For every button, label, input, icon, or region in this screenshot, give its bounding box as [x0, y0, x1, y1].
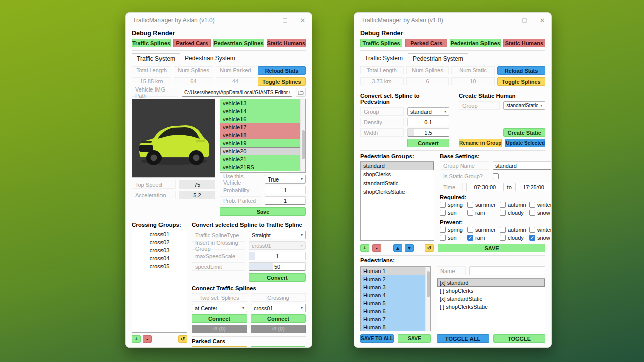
required-summer-checkbox[interactable]: summer — [467, 202, 500, 208]
required-sun-checkbox[interactable]: sun — [440, 210, 467, 216]
max-speed-scale-input[interactable] — [249, 252, 306, 260]
rename-all-button[interactable]: Rename All — [192, 346, 247, 347]
pedestrians-listbox[interactable]: Human 1 Human 2 Human 3 Human 4 Human 5 … — [360, 266, 431, 331]
assignment-item[interactable]: [ ] shopClerks — [437, 287, 545, 295]
toggle-splines-button[interactable]: Toggle Splines — [497, 77, 545, 86]
crossing-group-item[interactable]: cross01 — [132, 230, 187, 238]
pedestrian-item[interactable]: Human 5 — [361, 299, 425, 307]
pedestrian-name-input[interactable] — [469, 266, 545, 275]
prevent-sun-checkbox[interactable]: sun — [440, 235, 467, 241]
move-group-up-button[interactable]: ▲ — [393, 244, 403, 252]
rename-in-group-button[interactable]: Rename in Group — [459, 139, 502, 147]
traffic-splines-toggle-button[interactable]: Traffic Splines — [360, 39, 403, 47]
width-input[interactable] — [407, 128, 449, 137]
pedestrian-item[interactable]: Human 8 — [361, 323, 425, 331]
spline-type-select[interactable]: Straight ▾ — [249, 231, 306, 239]
pedestrian-item[interactable]: Human 4 — [361, 291, 425, 299]
vehicle-img-path-input[interactable] — [182, 88, 292, 97]
assignment-item[interactable]: [x] standardStatic — [437, 295, 545, 303]
create-static-button[interactable]: Create Static — [503, 128, 545, 137]
static-humans-toggle-button[interactable]: Static Humans — [503, 39, 545, 47]
move-group-down-button[interactable]: ▼ — [405, 244, 414, 252]
save-pedestrian-button[interactable]: SAVE — [398, 334, 431, 343]
prevent-rain-checkbox[interactable]: rain — [467, 235, 500, 241]
required-spring-checkbox[interactable]: spring — [440, 202, 467, 208]
probability-input[interactable] — [265, 186, 306, 194]
vehicle-list-item[interactable]: vehicle18 — [220, 131, 300, 139]
toggle-splines-button[interactable]: Toggle Splines — [258, 77, 306, 86]
toggle-button[interactable]: TOGGLE — [493, 334, 545, 343]
convert-pedestrian-button[interactable]: Convert — [407, 139, 449, 147]
pedestrian-group-item[interactable]: standardStatic — [361, 179, 434, 188]
vehicle-list-item[interactable]: vehicle21RS — [220, 163, 300, 171]
static-humans-toggle-button[interactable]: Static Humans — [267, 39, 306, 47]
speed-limit-input[interactable] — [249, 262, 306, 271]
undo-crossing-button[interactable]: ↺ (0) — [251, 325, 306, 333]
connect-crossing-select[interactable]: cross01 ▾ — [251, 304, 306, 312]
update-selected-button[interactable]: Update Selected — [505, 139, 545, 147]
prevent-summer-checkbox[interactable]: summer — [467, 227, 500, 233]
convert-spline-button[interactable]: Convert — [249, 273, 306, 282]
pedestrian-item[interactable]: Human 3 — [361, 283, 425, 291]
parked-cars-toggle-button[interactable]: Parked Cars — [405, 39, 447, 47]
traffic-splines-toggle-button[interactable]: Traffic Splines — [132, 39, 171, 47]
pedestrian-item[interactable]: Human 7 — [361, 315, 425, 323]
assignment-item-selected[interactable]: [x] standard — [437, 279, 545, 287]
vehicle-list-item[interactable]: vehicle13 — [220, 99, 300, 107]
required-snow-checkbox[interactable]: snow — [529, 210, 551, 216]
static-group-select[interactable]: standardStatic ▾ — [503, 101, 545, 110]
use-vehicle-select[interactable]: True ▾ — [265, 175, 306, 184]
pedestrian-group-item[interactable]: shopClerksStatic — [361, 188, 434, 196]
close-icon[interactable]: ✕ — [294, 13, 312, 28]
prevent-autumn-checkbox[interactable]: autumn — [500, 227, 529, 233]
pedestrian-group-assignment-listbox[interactable]: [x] standard [ ] shopClerks [x] standard… — [437, 278, 545, 331]
tab-traffic-system[interactable]: Traffic System — [360, 53, 408, 64]
vehicle-list-item[interactable]: vehicle17 — [220, 123, 300, 131]
vehicle-list-scrollbar[interactable] — [300, 99, 305, 172]
titlebar[interactable]: TrafficManager by Aslan (v1.0) – ✕ — [126, 13, 312, 28]
crossing-groups-listbox[interactable]: cross01 cross02 cross03 cross04 cross05 — [132, 230, 187, 333]
create-parked-car-button[interactable]: Create Parked Car — [251, 346, 306, 347]
pedestrian-group-item-selected[interactable]: standard — [361, 162, 434, 170]
minimize-icon[interactable]: – — [497, 13, 515, 28]
pedestrian-groups-listbox[interactable]: standard shopClerks standardStatic shopC… — [360, 161, 434, 241]
maximize-icon[interactable] — [276, 13, 294, 28]
crossing-group-item[interactable]: cross04 — [132, 254, 187, 262]
tab-pedestrian-system[interactable]: Pedestrian System — [408, 53, 468, 64]
insert-crossing-select[interactable]: cross01 ▾ — [249, 241, 306, 250]
browse-folder-button[interactable] — [296, 88, 306, 97]
required-cloudy-checkbox[interactable]: cloudy — [500, 210, 529, 216]
refresh-groups-button[interactable]: ↺ — [425, 244, 434, 252]
vehicle-list-item[interactable]: vehicle14 — [220, 107, 300, 115]
save-group-button[interactable]: SAVE — [438, 244, 545, 252]
time-from-input[interactable] — [466, 183, 504, 191]
connect-position-select[interactable]: at Center ▾ — [192, 304, 247, 312]
vehicle-listbox[interactable]: vehicle13 vehicle14 vehicle16 vehicle17 … — [220, 99, 306, 173]
toggle-all-button[interactable]: TOGGLE ALL — [437, 334, 489, 343]
scrollbar-thumb[interactable] — [302, 130, 305, 159]
group-name-input[interactable] — [493, 161, 551, 170]
crossing-group-item[interactable]: cross05 — [132, 262, 187, 270]
scrollbar-thumb[interactable] — [427, 271, 430, 297]
save-vehicle-button[interactable]: Save — [220, 207, 306, 216]
vehicle-list-item-selected[interactable]: vehicle20 — [220, 147, 300, 155]
pedestrians-list-scrollbar[interactable] — [425, 267, 430, 331]
prevent-cloudy-checkbox[interactable]: cloudy — [500, 235, 529, 241]
pedestrian-splines-toggle-button[interactable]: Pedestrian Splines — [213, 39, 264, 47]
add-group-button[interactable]: + — [360, 244, 369, 252]
prevent-snow-checkbox[interactable]: snow — [529, 235, 551, 241]
tab-traffic-system[interactable]: Traffic System — [132, 53, 180, 64]
crossing-group-item[interactable]: cross02 — [132, 238, 187, 246]
assignment-item[interactable]: [ ] shopClerksStatic — [437, 303, 545, 311]
pedestrian-splines-toggle-button[interactable]: Pedestrian Splines — [450, 39, 500, 47]
reload-stats-button[interactable]: Reload Stats — [258, 66, 306, 75]
minimize-icon[interactable]: – — [258, 13, 276, 28]
add-crossing-group-button[interactable]: + — [132, 335, 141, 343]
save-to-all-button[interactable]: SAVE TO ALL — [360, 334, 394, 343]
tab-pedestrian-system[interactable]: Pedestrian System — [180, 53, 240, 64]
titlebar[interactable]: TrafficManager by Aslan (v1.0) – ✕ — [354, 13, 551, 28]
maximize-icon[interactable] — [515, 13, 533, 28]
refresh-crossing-groups-button[interactable]: ↺ — [178, 335, 187, 343]
vehicle-list-item[interactable]: vehicle21 — [220, 155, 300, 163]
density-input[interactable] — [407, 118, 449, 126]
